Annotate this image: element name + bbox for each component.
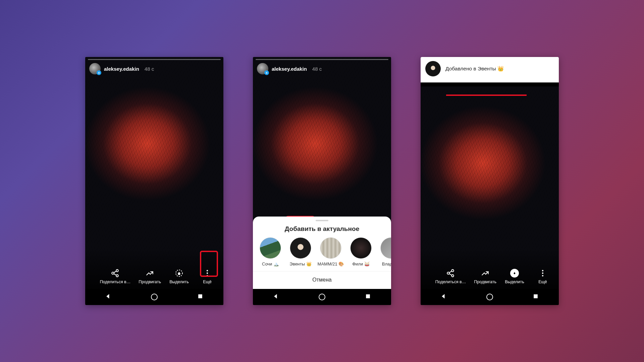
svg-point-4 [207,270,208,271]
story-progress [256,59,388,60]
android-nav [253,289,391,305]
nav-recent-icon[interactable] [197,293,204,301]
svg-point-10 [447,272,450,275]
sheet-grabber[interactable] [316,220,328,221]
highlight-active-icon [510,269,519,278]
toast-avatar [425,61,441,76]
more-icon [538,269,547,278]
phone-highlight-sheet: + aleksey.edakin 48 с Добавить в актуаль… [253,57,391,305]
nav-recent-icon[interactable] [532,293,539,301]
highlight-label: Эвенты 👑 [289,261,311,266]
highlight-item-events[interactable]: Эвенты 👑 [288,237,313,266]
username-label[interactable]: aleksey.edakin [104,66,139,72]
highlight-label: Владими [382,261,391,266]
share-button[interactable]: Поделиться в… [100,269,131,284]
avatar[interactable]: + [89,63,101,74]
nav-back-icon[interactable] [273,293,279,301]
nav-back-icon[interactable] [105,293,112,301]
promote-button[interactable]: Продвигать [474,269,496,284]
avatar[interactable]: + [257,63,268,74]
highlight-item-fili[interactable]: Фили 🥁 [349,237,373,266]
nav-home-icon[interactable] [151,294,158,300]
svg-point-1 [112,272,114,275]
svg-rect-8 [366,294,370,298]
svg-point-12 [542,270,543,271]
promote-label: Продвигать [474,280,496,284]
more-label: Ещё [538,280,547,284]
sheet-title: Добавить в актуальное [253,225,391,233]
more-button[interactable]: Ещё [533,269,553,284]
highlight-label: Выделить [505,280,524,284]
nav-home-icon[interactable] [319,294,325,300]
svg-point-13 [542,273,543,274]
svg-point-5 [207,273,208,274]
highlight-label: Выделить [169,280,189,284]
svg-point-6 [207,275,208,276]
svg-point-9 [452,269,454,272]
more-button[interactable]: Ещё [197,269,217,284]
share-button[interactable]: Поделиться в… [435,269,466,284]
highlights-row[interactable]: Сочи 🏔️ Эвенты 👑 МАММ/21 🎨 Фили 🥁 Владим… [253,237,391,272]
add-story-badge: + [264,70,269,75]
svg-point-11 [452,275,454,277]
highlight-label: Фили 🥁 [352,261,370,266]
time-label: 48 с [145,66,154,72]
nav-recent-icon[interactable] [365,293,371,301]
phone-story-own: + aleksey.edakin 48 с Поделиться в… Прод… [85,57,223,305]
svg-point-14 [542,275,543,276]
phone-toast-confirm: Добавлено в Эвенты 👑 Поделиться в… Продв… [421,57,559,305]
annotation-underline [446,95,527,96]
highlight-icon [175,269,183,278]
highlight-cover [260,237,281,259]
highlight-label: МАММ/21 🎨 [318,261,344,266]
highlight-item-vladimi[interactable]: Владими [379,237,391,266]
share-icon [111,269,119,278]
promote-label: Продвигать [139,280,161,284]
highlight-button-active[interactable]: Выделить [504,269,525,284]
add-to-highlight-sheet: Добавить в актуальное Сочи 🏔️ Эвенты 👑 М… [253,217,391,289]
added-toast[interactable]: Добавлено в Эвенты 👑 [421,57,559,82]
highlight-button[interactable]: Выделить [169,269,189,284]
toast-text: Добавлено в Эвенты 👑 [445,66,504,72]
story-actions: Поделиться в… Продвигать Выделить Ещё [421,265,559,289]
story-header: + aleksey.edakin 48 с [257,63,387,74]
svg-point-0 [116,269,119,272]
nav-home-icon[interactable] [486,294,493,300]
highlight-item-sochi[interactable]: Сочи 🏔️ [258,237,282,266]
more-label: Ещё [203,280,212,284]
promote-button[interactable]: Продвигать [139,269,161,284]
svg-point-2 [116,275,119,277]
highlight-cover [290,237,311,259]
more-icon [203,269,212,278]
highlight-cover [380,237,391,259]
highlight-label: Сочи 🏔️ [262,261,279,266]
highlight-cover [320,237,341,259]
android-nav [421,289,559,305]
android-nav [85,289,223,305]
story-progress [88,59,221,60]
highlight-cover [350,237,372,259]
time-label: 48 с [312,66,322,72]
highlight-item-mamm21[interactable]: МАММ/21 🎨 [319,237,343,266]
share-label: Поделиться в… [100,280,131,284]
cancel-button[interactable]: Отмена [253,272,391,289]
share-label: Поделиться в… [435,280,466,284]
trend-icon [481,269,490,278]
svg-rect-7 [198,294,202,298]
trend-icon [146,269,154,278]
username-label[interactable]: aleksey.edakin [272,66,307,72]
svg-rect-15 [534,294,538,298]
story-actions: Поделиться в… Продвигать Выделить Ещё [85,265,223,289]
story-header: + aleksey.edakin 48 с [89,63,219,74]
add-story-badge: + [97,70,101,75]
nav-back-icon[interactable] [440,293,447,301]
share-icon [446,269,455,278]
